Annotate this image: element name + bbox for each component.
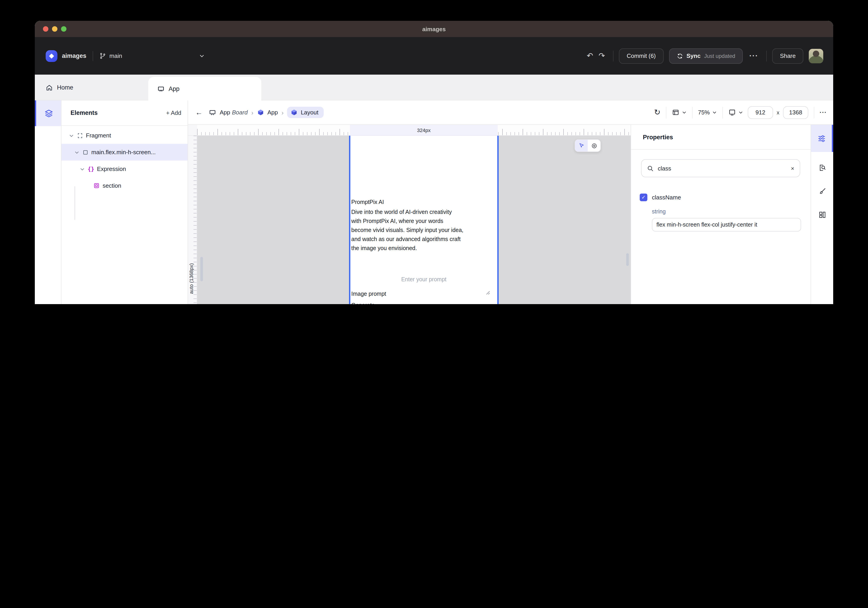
inspect-tab-button[interactable]: [818, 164, 826, 172]
divider: [93, 51, 93, 61]
chevron-down-icon: [712, 110, 717, 115]
chevron-down-icon: [682, 110, 687, 115]
chevron-down-icon[interactable]: [74, 149, 79, 155]
branch-name: main: [109, 53, 122, 59]
divider: [692, 107, 693, 118]
git-branch-icon: [99, 53, 106, 59]
properties-search-input[interactable]: class ×: [641, 159, 800, 177]
dimension-separator: x: [777, 109, 780, 116]
expression-icon: {}: [88, 166, 94, 172]
preview-mode-button[interactable]: [588, 140, 600, 152]
divider: [666, 107, 666, 118]
share-button[interactable]: Share: [772, 48, 803, 64]
property-checkbox[interactable]: ✓: [640, 194, 647, 201]
layers-icon: [44, 109, 53, 118]
elements-title: Elements: [71, 109, 98, 116]
right-icon-strip: [811, 125, 833, 304]
generate-button[interactable]: Generate: [351, 301, 375, 304]
board-icon: [157, 85, 164, 93]
left-icon-strip: [35, 101, 62, 304]
property-value-input[interactable]: flex min-h-screen flex-col justify-cente…: [652, 218, 801, 231]
props-tab-button[interactable]: [811, 125, 833, 152]
refresh-icon[interactable]: ↻: [654, 108, 660, 117]
ruler-height-label: auto (1368px): [189, 217, 196, 294]
design-canvas[interactable]: PromptPix AI Dive into the world of AI-d…: [197, 136, 631, 304]
divider: [722, 107, 723, 118]
sliders-icon: [817, 134, 826, 143]
device-dropdown[interactable]: [728, 109, 743, 116]
elements-panel: Elements + Add Fragment main.flex.min-h-…: [62, 101, 188, 304]
redo-icon[interactable]: ↷: [596, 50, 608, 62]
divider: [767, 50, 767, 61]
preview-description: Dive into the world of AI-driven creativ…: [351, 208, 498, 253]
tab-home[interactable]: Home: [37, 74, 81, 101]
sync-icon: [677, 53, 683, 59]
top-toolbar: aimages main ↶ ↷ Commit (6): [35, 37, 833, 74]
fragment-icon: [77, 132, 83, 139]
preview-title: PromptPix AI: [351, 198, 384, 207]
vertical-ruler: auto (1368px): [188, 136, 197, 304]
user-avatar[interactable]: [809, 49, 823, 63]
commit-button[interactable]: Commit (6): [619, 48, 663, 64]
tree-item-main[interactable]: main.flex.min-h-screen...: [62, 144, 188, 161]
chevron-down-icon[interactable]: [69, 133, 74, 138]
undo-icon[interactable]: ↶: [584, 50, 596, 62]
canvas-mode-toggle: [575, 139, 601, 152]
app-window: aimages aimages main ↶ ↷: [35, 21, 833, 304]
add-element-button[interactable]: + Add: [166, 109, 181, 116]
tree-item-expression[interactable]: {} Expression: [62, 161, 188, 177]
canvas-scrollbar-right[interactable]: [626, 253, 629, 266]
window-title: aimages: [35, 26, 833, 33]
chevron-down-icon[interactable]: [199, 53, 205, 59]
frame-height-input[interactable]: 1368: [783, 106, 808, 119]
main-area: Elements + Add Fragment main.flex.min-h-…: [35, 101, 833, 304]
divider: [631, 149, 811, 150]
tree-item-fragment[interactable]: Fragment: [62, 127, 188, 144]
layers-tree: Fragment main.flex.min-h-screen... {} Ex…: [62, 126, 188, 194]
divider: [613, 50, 614, 61]
selection-guide-left: [349, 136, 350, 304]
clear-search-icon[interactable]: ×: [791, 165, 794, 172]
divider: [814, 107, 814, 118]
desktop: aimages aimages main ↶ ↷: [0, 0, 868, 304]
sync-button[interactable]: Sync Just updated: [669, 48, 743, 64]
search-icon: [647, 165, 654, 172]
project-tab-bar: Home App: [35, 74, 833, 101]
section-icon: [93, 182, 100, 189]
ruler-corner: [188, 125, 197, 136]
elements-header: Elements + Add: [62, 101, 188, 126]
layout-tab-button[interactable]: [818, 211, 826, 219]
canvas-scrollbar-left[interactable]: [200, 257, 203, 281]
layers-panel-button[interactable]: [35, 101, 61, 126]
prompt-textarea-label[interactable]: Image prompt: [351, 289, 386, 298]
element-icon: [82, 149, 88, 155]
zoom-level-dropdown[interactable]: 75%: [698, 109, 717, 116]
tree-indent-guide: [74, 186, 75, 220]
property-row-classname: ✓ className: [640, 194, 681, 201]
prompt-placeholder[interactable]: Enter your prompt: [350, 275, 498, 284]
chevron-down-icon[interactable]: [79, 166, 85, 172]
styles-tab-button[interactable]: [818, 187, 826, 195]
frame-width-input[interactable]: 912: [748, 106, 773, 119]
project-name[interactable]: aimages: [62, 53, 86, 59]
chevron-down-icon: [738, 110, 743, 115]
more-options-icon[interactable]: ···: [820, 109, 827, 116]
property-name: className: [652, 194, 681, 201]
textarea-resize-handle[interactable]: [485, 290, 490, 295]
app-logo-icon[interactable]: [46, 50, 57, 62]
branch-selector[interactable]: main: [99, 53, 122, 59]
ruler-selection-width: 324px: [350, 125, 498, 136]
sync-status: Just updated: [704, 53, 735, 59]
more-options-icon[interactable]: ···: [747, 50, 761, 62]
tab-app[interactable]: App: [148, 77, 261, 101]
canvas-column: 324px auto (1368px) PromptPix AI Dive in…: [188, 101, 631, 304]
selection-guide-right: [497, 136, 499, 304]
properties-panel: Properties class × ✓ className string fl…: [631, 125, 811, 304]
toolbar-actions: ↶ ↷ Commit (6) Sync Just updated ···: [584, 48, 823, 64]
layout-mode-dropdown[interactable]: [672, 109, 687, 116]
preview-frame[interactable]: PromptPix AI Dive into the world of AI-d…: [350, 136, 498, 304]
select-mode-button[interactable]: [575, 140, 588, 152]
tree-item-section[interactable]: section: [62, 177, 188, 194]
property-type: string: [652, 208, 666, 215]
home-icon: [46, 84, 53, 91]
